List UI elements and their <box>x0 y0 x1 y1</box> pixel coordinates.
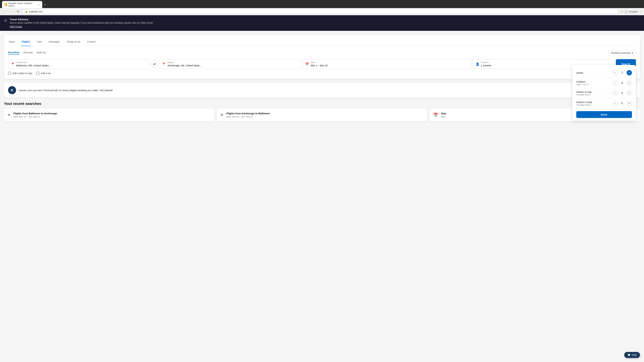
infants-seat-sublabel: Younger than 2 <box>576 104 612 106</box>
card-title-0: Flights from Baltimore to Anchorage <box>14 112 57 115</box>
infants-seat-plus-button[interactable]: + <box>626 101 632 106</box>
flight-icon-0: ✈ <box>8 113 11 117</box>
infants-seat-label: Infants in seat <box>576 101 612 104</box>
extras-row: Add a place to stay Add a car <box>8 72 636 75</box>
travelers-dropdown: Adults − 1 + Children Ages 2 to 17 − 0 + <box>572 65 636 121</box>
calendar-icon: 📅 <box>305 62 309 66</box>
active-tab[interactable]: E Expedia Travel: Vacation Home... × <box>2 1 42 8</box>
card-subtitle-2: Wed, <box>441 115 446 118</box>
leaving-from-field[interactable]: 📍 Leaving from Baltimore, MD, United Sta… <box>8 59 150 69</box>
forward-button[interactable]: › <box>9 9 14 14</box>
add-stay-checkbox[interactable]: Add a place to stay <box>8 72 32 75</box>
advisory-title: Travel Advisory <box>10 18 154 21</box>
card-subtitle-0: Wed, Mar 29 – Sun, Mar 31 <box>14 115 57 118</box>
more-menu-icon[interactable]: ⋮ <box>639 10 642 13</box>
children-controls: − 0 + <box>612 80 632 86</box>
going-to-value: Anchorage, AK, United State... <box>167 64 202 67</box>
recent-search-card-1[interactable]: ✈ Flights from Anchorage to Baltimore We… <box>217 109 427 121</box>
card-info-0: Flights from Baltimore to Anchorage Wed,… <box>14 112 57 118</box>
card-info-1: Flights from Anchorage to Baltimore Wed,… <box>226 112 270 118</box>
tab-cruises[interactable]: Cruises <box>86 39 96 46</box>
infants-lap-minus-button[interactable]: − <box>612 90 618 96</box>
infants-lap-label: Infants on lap <box>576 90 612 93</box>
tab-things-to-do[interactable]: Things to do <box>66 39 81 46</box>
incognito-label: Incognito <box>629 10 638 13</box>
adults-row: Adults − 1 + <box>576 68 632 78</box>
infants-lap-plus-button[interactable]: + <box>626 90 632 96</box>
search-widget: Stays Flights Cars Packages Things to do… <box>4 35 640 79</box>
going-to-field[interactable]: 📍 Going to Anchorage, AK, United State..… <box>159 59 301 69</box>
location-icon: 📍 <box>11 62 14 66</box>
advisory-help-link[interactable]: Help Center <box>10 25 22 28</box>
trip-type-row: Roundtrip One-way Multi-city Premium eco… <box>8 50 636 56</box>
trip-type-roundtrip[interactable]: Roundtrip <box>8 51 19 55</box>
infants-lap-count: 0 <box>620 92 624 95</box>
children-count: 0 <box>620 81 624 84</box>
tab-close-btn[interactable]: × <box>38 3 40 6</box>
going-to-label: Going to <box>167 61 202 63</box>
dates-value: Mar 1 – Mar 29 <box>310 64 328 67</box>
dates-text: Dates Mar 1 – Mar 29 <box>310 61 328 67</box>
address-bar[interactable]: 🔒 expedia.com <box>22 9 619 14</box>
search-fields: 📍 Leaving from Baltimore, MD, United Sta… <box>8 59 636 69</box>
leaving-from-value: Baltimore, MD, United States ... <box>16 64 52 67</box>
tab-packages[interactable]: Packages <box>48 39 60 46</box>
tab-flights[interactable]: Flights <box>21 39 31 46</box>
adults-label: Adults <box>576 71 612 74</box>
bookmark-icon[interactable]: ☆ <box>621 10 623 13</box>
children-minus-button[interactable]: − <box>612 80 618 86</box>
add-car-checkbox-box <box>36 72 40 75</box>
chevron-down-icon: ▾ <box>632 52 633 54</box>
children-label: Children <box>576 80 612 83</box>
infants-seat-controls: − 0 + <box>612 101 632 106</box>
swap-cities-button[interactable]: ⇄ <box>151 61 158 67</box>
url-text: expedia.com <box>29 10 42 13</box>
infants-seat-info: Infants in seat Younger than 2 <box>576 101 612 106</box>
infants-seat-count: 0 <box>620 102 624 105</box>
recent-searches-title: Your recent searches <box>4 102 640 106</box>
going-to-content: 📍 Going to Anchorage, AK, United State..… <box>162 61 298 67</box>
add-car-checkbox[interactable]: Add a car <box>36 72 51 75</box>
tab-title: Expedia Travel: Vacation Home... <box>8 2 37 7</box>
browser-tab-bar: E Expedia Travel: Vacation Home... × + <box>0 0 644 8</box>
trip-type-multi-city[interactable]: Multi-city <box>37 51 46 55</box>
flight-icon-1: ✈ <box>220 113 224 117</box>
infants-seat-minus-button[interactable]: − <box>612 101 618 106</box>
new-tab-button[interactable]: + <box>43 2 46 7</box>
cabin-class-label: Premium economy <box>611 52 630 54</box>
leaving-from-label: Leaving from <box>16 61 52 63</box>
add-stay-checkbox-box <box>8 72 11 75</box>
recent-search-card-0[interactable]: ✈ Flights from Baltimore to Anchorage We… <box>4 109 214 121</box>
back-button[interactable]: ‹ <box>2 9 7 14</box>
dates-field[interactable]: 📅 Dates Mar 1 – Mar 29 <box>302 59 472 69</box>
advisory-content: Travel Advisory Due to winter weather in… <box>10 18 154 28</box>
refresh-button[interactable]: ↻ <box>16 9 20 14</box>
adults-plus-button[interactable]: + <box>626 70 632 75</box>
adults-minus-button[interactable]: − <box>612 70 618 75</box>
advisory-banner: ⚠ Travel Advisory Due to winter weather … <box>0 15 644 31</box>
onekey-banner: K Lauren, you can earn OneKeyCash on eve… <box>4 83 640 97</box>
card-title-2: Stay <box>441 112 446 115</box>
trip-type-one-way[interactable]: One-way <box>23 51 33 55</box>
children-info: Children Ages 2 to 17 <box>576 80 612 86</box>
recent-searches-section: Your recent searches ✈ Flights from Balt… <box>4 102 640 121</box>
children-row: Children Ages 2 to 17 − 0 + <box>576 78 632 88</box>
infants-lap-info: Infants on lap Younger than 2 <box>576 90 612 96</box>
tab-cars[interactable]: Cars <box>36 39 43 46</box>
dates-label: Dates <box>310 61 328 63</box>
add-car-label: Add a car <box>41 72 51 75</box>
tab-stays[interactable]: Stays <box>8 39 16 46</box>
children-plus-button[interactable]: + <box>626 80 632 86</box>
browser-nav-icons: ☆ ⬜ Incognito ⋮ <box>621 10 642 13</box>
lock-icon: 🔒 <box>25 10 28 13</box>
extensions-icon[interactable]: ⬜ <box>624 10 628 13</box>
travelers-done-button[interactable]: Done <box>576 111 632 118</box>
nav-bar: ‹ › ↻ 🔒 expedia.com ☆ ⬜ Incognito ⋮ <box>0 8 644 15</box>
infants-lap-sublabel: Younger than 2 <box>576 93 612 96</box>
cabin-class-button[interactable]: Premium economy ▾ <box>608 50 636 56</box>
add-stay-label: Add a place to stay <box>12 72 32 75</box>
travelers-text: Travelers 1 traveler <box>481 61 492 67</box>
infants-seat-row: Infants in seat Younger than 2 − 0 + <box>576 98 632 108</box>
children-sublabel: Ages 2 to 17 <box>576 83 612 86</box>
main-content: Stays Flights Cars Packages Things to do… <box>0 31 644 125</box>
